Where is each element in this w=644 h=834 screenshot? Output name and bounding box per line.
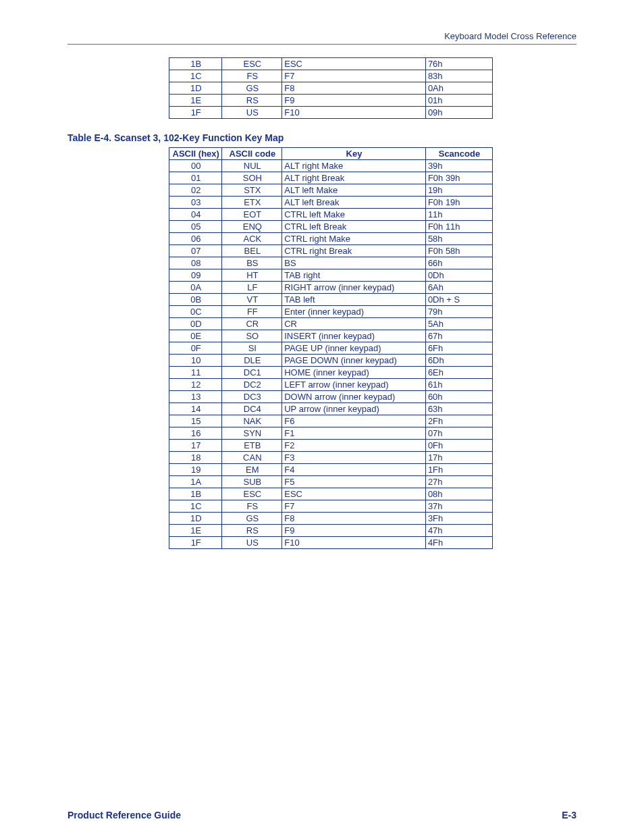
cell-ascii: 04 xyxy=(169,209,222,221)
cell-code: EOT xyxy=(222,209,282,221)
cell-ascii: 1B xyxy=(169,58,222,70)
cell-ascii: 1B xyxy=(169,488,222,500)
cell-code: GS xyxy=(222,82,282,95)
cell-ascii: 0D xyxy=(169,318,222,330)
cell-code: SOH xyxy=(222,172,282,184)
cell-key: PAGE UP (inner keypad) xyxy=(282,342,426,355)
cell-ascii: 12 xyxy=(169,379,222,391)
cell-code: RS xyxy=(222,95,282,107)
cell-scan: 11h xyxy=(425,209,492,221)
cell-key: F5 xyxy=(282,476,426,488)
cell-key: ALT left Make xyxy=(282,184,426,197)
cell-scan: 66h xyxy=(425,257,492,269)
cell-code: CR xyxy=(222,318,282,330)
cell-code: GS xyxy=(222,513,282,525)
cell-ascii: 02 xyxy=(169,184,222,197)
cell-code: US xyxy=(222,107,282,119)
cell-key: F10 xyxy=(282,107,426,119)
table-row: 12DC2LEFT arrow (inner keypad)61h xyxy=(169,379,493,391)
caption-sep: . xyxy=(109,132,114,143)
table-row: 0CFFEnter (inner keypad)79h xyxy=(169,306,493,318)
cell-code: ESC xyxy=(222,488,282,500)
cell-key: F6 xyxy=(282,415,426,427)
th-ascii-hex: ASCII (hex) xyxy=(169,148,222,160)
table-row: 07BELCTRL right BreakF0h 58h xyxy=(169,245,493,257)
cell-key: INSERT (inner keypad) xyxy=(282,330,426,342)
cell-key: CTRL left Make xyxy=(282,209,426,221)
cell-scan: 19h xyxy=(425,184,492,197)
main-table-wrap: ASCII (hex) ASCII code Key Scancode 00NU… xyxy=(169,147,493,549)
table-row: 1BESCESC08h xyxy=(169,488,493,500)
table-row: 0FSIPAGE UP (inner keypad)6Fh xyxy=(169,342,493,355)
cell-key: TAB left xyxy=(282,294,426,306)
table-row: 00NULALT right Make39h xyxy=(169,160,493,172)
cell-scan: 67h xyxy=(425,330,492,342)
cell-key: F8 xyxy=(282,513,426,525)
cell-key: ALT left Break xyxy=(282,197,426,209)
cell-code: ETX xyxy=(222,197,282,209)
cell-code: ENQ xyxy=(222,221,282,233)
footer-right: E-3 xyxy=(562,810,576,820)
cell-key: BS xyxy=(282,257,426,269)
cell-code: ACK xyxy=(222,233,282,245)
cell-code: SYN xyxy=(222,427,282,440)
cell-ascii: 1A xyxy=(169,476,222,488)
cell-ascii: 00 xyxy=(169,160,222,172)
cell-code: US xyxy=(222,537,282,549)
table-row: 16SYNF107h xyxy=(169,427,493,440)
table-row: 0DCRCR5Ah xyxy=(169,318,493,330)
table-row: 11DC1HOME (inner keypad)6Eh xyxy=(169,367,493,379)
cell-scan: 0Ah xyxy=(425,82,492,95)
cell-key: F10 xyxy=(282,537,426,549)
cell-key: TAB right xyxy=(282,269,426,282)
table-row: 14DC4UP arrow (inner keypad)63h xyxy=(169,403,493,415)
th-scancode: Scancode xyxy=(425,148,492,160)
cell-scan: F0h 39h xyxy=(425,172,492,184)
table-row: 1BESCESC76h xyxy=(169,58,493,70)
cell-ascii: 1C xyxy=(169,70,222,82)
cell-key: PAGE DOWN (inner keypad) xyxy=(282,355,426,367)
cell-scan: F0h 19h xyxy=(425,197,492,209)
cell-code: RS xyxy=(222,525,282,537)
table-row: 1ERSF947h xyxy=(169,525,493,537)
main-table: ASCII (hex) ASCII code Key Scancode 00NU… xyxy=(169,147,493,549)
cell-key: ESC xyxy=(282,58,426,70)
cell-ascii: 0C xyxy=(169,306,222,318)
table-row: 1FUSF1009h xyxy=(169,107,493,119)
cell-ascii: 03 xyxy=(169,197,222,209)
cell-code: NAK xyxy=(222,415,282,427)
cell-scan: 76h xyxy=(425,58,492,70)
cell-code: STX xyxy=(222,184,282,197)
cell-ascii: 19 xyxy=(169,464,222,476)
table-row: 10DLEPAGE DOWN (inner keypad)6Dh xyxy=(169,355,493,367)
cell-scan: 79h xyxy=(425,306,492,318)
cell-key: F1 xyxy=(282,427,426,440)
cell-key: CTRL right Make xyxy=(282,233,426,245)
cell-key: F2 xyxy=(282,440,426,452)
cell-scan: 0Fh xyxy=(425,440,492,452)
cell-scan: 61h xyxy=(425,379,492,391)
table-row: 05ENQCTRL left BreakF0h 11h xyxy=(169,221,493,233)
cell-code: SUB xyxy=(222,476,282,488)
cell-code: DC4 xyxy=(222,403,282,415)
table-row: 09HTTAB right0Dh xyxy=(169,269,493,282)
cell-scan: 63h xyxy=(425,403,492,415)
cell-key: CTRL right Break xyxy=(282,245,426,257)
running-head-text: Keyboard Model Cross Reference xyxy=(444,31,576,41)
cell-scan: 3Fh xyxy=(425,513,492,525)
cell-code: BEL xyxy=(222,245,282,257)
table-row: 08BSBS66h xyxy=(169,257,493,269)
cell-ascii: 10 xyxy=(169,355,222,367)
cell-key: F7 xyxy=(282,70,426,82)
header-row: ASCII (hex) ASCII code Key Scancode xyxy=(169,148,493,160)
cell-scan: 07h xyxy=(425,427,492,440)
cell-key: ESC xyxy=(282,488,426,500)
cell-code: ESC xyxy=(222,58,282,70)
cell-ascii: 11 xyxy=(169,367,222,379)
table-row: 03ETXALT left BreakF0h 19h xyxy=(169,197,493,209)
cell-code: EM xyxy=(222,464,282,476)
table-row: 15NAKF62Fh xyxy=(169,415,493,427)
cell-ascii: 05 xyxy=(169,221,222,233)
cell-key: LEFT arrow (inner keypad) xyxy=(282,379,426,391)
running-head: Keyboard Model Cross Reference xyxy=(68,31,576,45)
